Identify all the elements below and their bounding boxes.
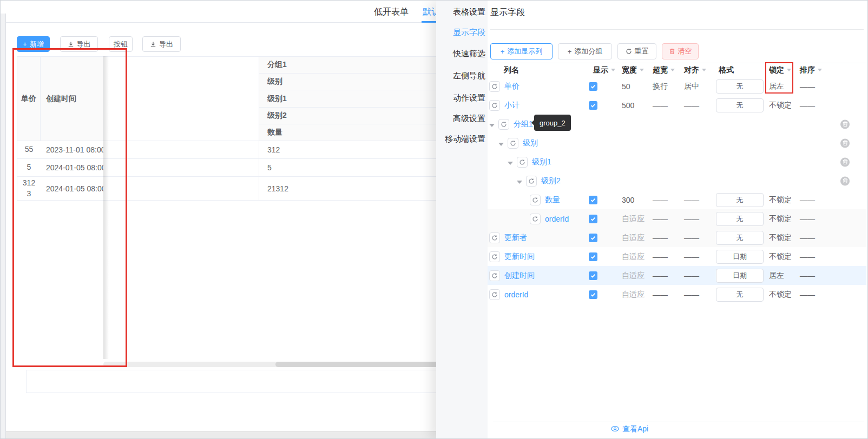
view-api-link[interactable]: 查看Api bbox=[611, 424, 648, 434]
delete-group-button[interactable] bbox=[840, 138, 850, 148]
show-checkbox[interactable] bbox=[589, 234, 597, 242]
table-row[interactable]: 552023-11-01 08:00312 bbox=[17, 141, 488, 159]
fields-row-级别1[interactable]: 级别1 bbox=[488, 152, 866, 171]
table-row[interactable]: 31232024-01-05 08:0021312 bbox=[17, 177, 488, 201]
show-checkbox[interactable] bbox=[589, 196, 597, 204]
add-display-column-button[interactable]: +添加显示列 bbox=[490, 43, 553, 59]
fields-column-header-2[interactable]: 宽度 bbox=[622, 65, 644, 75]
show-checkbox[interactable] bbox=[589, 82, 597, 91]
sidebar-item-4[interactable]: 高级设置 bbox=[453, 114, 485, 124]
fields-column-header-6[interactable]: 锁定 bbox=[769, 65, 791, 75]
panel-divider bbox=[490, 29, 864, 30]
reset-button[interactable]: 重置 bbox=[617, 43, 656, 59]
field-name[interactable]: 级别2 bbox=[541, 176, 561, 186]
format-select[interactable]: 日期 bbox=[716, 250, 764, 264]
field-name[interactable]: 数量 bbox=[545, 195, 560, 205]
fields-column-header-1[interactable]: 显示 bbox=[593, 65, 615, 75]
field-name[interactable]: 更新时间 bbox=[504, 252, 535, 262]
field-refresh-button[interactable] bbox=[489, 232, 500, 243]
field-name[interactable]: orderId bbox=[545, 215, 569, 223]
tree-expand-caret[interactable] bbox=[489, 120, 495, 129]
fields-row-级别2[interactable]: 级别2 bbox=[488, 171, 866, 190]
fields-row-更新者[interactable]: 更新者自适应————无不锁定—— bbox=[488, 228, 866, 247]
sidebar-item-0[interactable]: 显示字段 bbox=[453, 28, 485, 38]
field-name[interactable]: 小计 bbox=[504, 101, 520, 110]
field-name[interactable]: 单价 bbox=[504, 82, 520, 91]
format-select[interactable]: 无 bbox=[716, 212, 764, 226]
align-value: —— bbox=[684, 271, 699, 280]
lock-value: 居左 bbox=[769, 271, 784, 281]
table-row[interactable]: 52024-01-05 08:005 bbox=[17, 159, 488, 177]
field-name[interactable]: orderId bbox=[504, 290, 528, 299]
field-name[interactable]: 分组1 bbox=[514, 119, 533, 129]
sidebar-item-3[interactable]: 动作设置 bbox=[453, 93, 485, 103]
sidebar-item-5[interactable]: 移动端设置 bbox=[445, 134, 485, 144]
sort-value: —— bbox=[800, 101, 815, 110]
column-header-price[interactable]: 单价 bbox=[17, 57, 41, 141]
field-name[interactable]: 级别1 bbox=[532, 157, 551, 167]
horizontal-scrollbar[interactable] bbox=[103, 362, 488, 367]
caret-down-icon bbox=[702, 69, 706, 71]
tree-expand-caret[interactable] bbox=[508, 158, 513, 167]
field-refresh-button[interactable] bbox=[489, 251, 500, 262]
toolbar-button-add[interactable]: +新增 bbox=[17, 36, 50, 52]
toolbar-button-export-1[interactable]: 导出 bbox=[60, 36, 98, 52]
clear-button[interactable]: 清空 bbox=[662, 43, 699, 59]
field-refresh-button[interactable] bbox=[517, 157, 528, 168]
fields-row-orderId[interactable]: orderId自适应————无不锁定—— bbox=[488, 209, 866, 228]
overwide-value: —— bbox=[653, 215, 668, 223]
field-refresh-button[interactable] bbox=[489, 270, 500, 281]
field-refresh-button[interactable] bbox=[498, 119, 509, 130]
fields-row-小计[interactable]: 小计500————无不锁定—— bbox=[488, 96, 866, 115]
fields-row-单价[interactable]: 单价50换行居中无居左—— bbox=[488, 77, 866, 96]
column-header-created[interactable]: 创建时间 bbox=[41, 57, 103, 141]
fields-column-header-3[interactable]: 超宽 bbox=[653, 65, 675, 75]
sort-value: —— bbox=[800, 196, 815, 204]
show-checkbox[interactable] bbox=[589, 271, 597, 280]
show-checkbox[interactable] bbox=[589, 215, 597, 223]
fields-row-创建时间[interactable]: 创建时间自适应————日期居左—— bbox=[488, 266, 866, 285]
add-group-button[interactable]: +添加分组 bbox=[558, 43, 612, 59]
delete-group-button[interactable] bbox=[840, 176, 850, 185]
field-refresh-button[interactable] bbox=[489, 100, 500, 111]
field-name[interactable]: 级别 bbox=[523, 138, 538, 148]
format-select[interactable]: 日期 bbox=[716, 269, 764, 283]
format-select[interactable]: 无 bbox=[716, 98, 764, 112]
field-name[interactable]: 更新者 bbox=[504, 233, 527, 243]
field-name[interactable]: 创建时间 bbox=[504, 271, 535, 281]
field-refresh-button[interactable] bbox=[489, 289, 500, 300]
field-refresh-button[interactable] bbox=[489, 81, 500, 92]
fields-row-级别[interactable]: 级别 bbox=[488, 134, 866, 152]
toolbar-button-export-3[interactable]: 导出 bbox=[142, 36, 181, 52]
show-checkbox[interactable] bbox=[589, 252, 597, 261]
format-select[interactable]: 无 bbox=[716, 193, 764, 207]
width-value: 50 bbox=[622, 82, 630, 91]
tab-form[interactable]: 低开表单 bbox=[374, 6, 409, 18]
width-value: 300 bbox=[622, 196, 634, 204]
fields-row-数量[interactable]: 数量300————无不锁定—— bbox=[488, 190, 866, 209]
field-refresh-button[interactable] bbox=[526, 176, 537, 187]
delete-group-button[interactable] bbox=[840, 119, 850, 129]
show-checkbox[interactable] bbox=[589, 101, 597, 110]
align-value: —— bbox=[684, 234, 699, 242]
fields-row-更新时间[interactable]: 更新时间自适应————日期不锁定—— bbox=[488, 247, 866, 266]
caret-down-icon bbox=[670, 69, 675, 71]
fields-row-orderId[interactable]: orderId自适应————无不锁定—— bbox=[488, 285, 866, 304]
delete-group-button[interactable] bbox=[840, 157, 850, 167]
field-refresh-button[interactable] bbox=[530, 195, 541, 205]
sidebar-item-2[interactable]: 左侧导航 bbox=[453, 71, 485, 81]
tree-expand-caret[interactable] bbox=[498, 139, 504, 148]
field-refresh-button[interactable] bbox=[530, 214, 541, 224]
toolbar-button-generic[interactable]: 按钮 bbox=[109, 36, 133, 52]
field-refresh-button[interactable] bbox=[508, 138, 518, 149]
format-select[interactable]: 无 bbox=[716, 231, 764, 245]
fields-column-header-4[interactable]: 对齐 bbox=[684, 65, 706, 75]
tree-expand-caret[interactable] bbox=[517, 177, 522, 185]
format-select[interactable]: 无 bbox=[716, 288, 764, 302]
sidebar-item-1[interactable]: 快速筛选 bbox=[453, 49, 485, 59]
show-checkbox[interactable] bbox=[589, 290, 597, 299]
caret-down-icon bbox=[517, 181, 522, 184]
format-select[interactable]: 无 bbox=[716, 79, 764, 94]
align-value: —— bbox=[684, 215, 699, 223]
fields-column-header-7[interactable]: 排序 bbox=[800, 65, 822, 75]
